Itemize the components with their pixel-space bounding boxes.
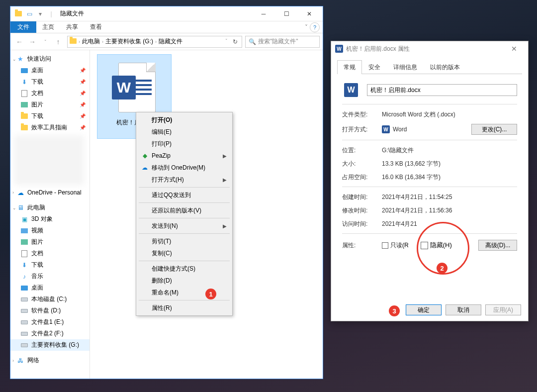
tab-details[interactable]: 详细信息	[387, 60, 424, 74]
nav-pictures2[interactable]: 图片	[10, 236, 90, 248]
cancel-button[interactable]: 取消	[446, 304, 481, 315]
value-sizedisk: 16.0 KB (16,384 字节)	[382, 173, 517, 182]
nav-gdrive[interactable]: 主要资料收集 (G:)	[10, 339, 90, 351]
submenu-arrow-icon: ▶	[223, 223, 227, 229]
nav-videos[interactable]: 视频	[10, 225, 90, 236]
nav-forward-button[interactable]: →	[26, 36, 38, 48]
chevron-right-icon[interactable]: ›	[79, 39, 80, 44]
folder-icon	[70, 38, 77, 45]
minimize-button[interactable]: ─	[252, 6, 275, 21]
qat-item-icon[interactable]: ▭	[25, 10, 33, 18]
nav-cdrive[interactable]: 本地磁盘 (C:)	[10, 294, 90, 305]
chevron-right-icon[interactable]: ›	[155, 39, 157, 44]
chevron-right-icon[interactable]: ›	[102, 39, 103, 44]
annotation-badge-1: 1	[205, 289, 216, 299]
ctx-qq-send[interactable]: 通过QQ发送到	[138, 189, 231, 201]
nav-music[interactable]: ♪音乐	[10, 271, 90, 282]
nav-quick-access[interactable]: ⌄★快速访问	[10, 53, 90, 65]
ribbon-file-tab[interactable]: 文件	[10, 21, 36, 33]
ribbon: 文件 主页 共享 查看 ˅ ?	[10, 21, 323, 33]
word-icon: W	[112, 61, 157, 115]
ctx-restore[interactable]: 还原以前的版本(V)	[138, 204, 231, 216]
ctx-separator	[139, 187, 230, 188]
nav-pictures[interactable]: 图片📌	[10, 99, 90, 110]
nav-back-button[interactable]: ←	[13, 36, 25, 48]
label-atime: 访问时间:	[342, 220, 382, 228]
ctx-open[interactable]: 打开(O)	[138, 114, 231, 126]
nav-ddrive[interactable]: 软件盘 (D:)	[10, 305, 90, 316]
nav-desktop2[interactable]: 桌面	[10, 282, 90, 294]
breadcrumb-seg[interactable]: 此电脑	[82, 37, 100, 46]
maximize-button[interactable]: ☐	[275, 6, 298, 21]
hidden-checkbox[interactable]: 隐藏(H)	[421, 241, 452, 250]
submenu-arrow-icon: ▶	[223, 153, 227, 159]
nav-documents2[interactable]: 文档	[10, 248, 90, 259]
ctx-edit[interactable]: 编辑(E)	[138, 126, 231, 138]
nav-tree[interactable]: ⌄★快速访问 桌面📌 ⬇下载📌 文档📌 图片📌 下载📌 效率工具指南📌 ›☁On…	[10, 50, 90, 379]
nav-downloads2[interactable]: 下载📌	[10, 110, 90, 122]
apply-button[interactable]: 应用(A)	[485, 304, 521, 315]
pin-icon: 📌	[80, 113, 86, 119]
value-location: G:\隐藏文件	[382, 146, 517, 155]
ribbon-share-tab[interactable]: 共享	[60, 21, 84, 33]
pin-icon: 📌	[80, 68, 86, 73]
ctx-copy[interactable]: 复制(C)	[138, 247, 231, 259]
readonly-checkbox[interactable]: 只读(R	[382, 241, 409, 250]
tab-security[interactable]: 安全	[362, 60, 387, 74]
ctx-move-onedrive[interactable]: ☁移动到 OneDrive(M)	[138, 162, 231, 174]
pin-icon: 📌	[80, 79, 86, 85]
ctx-properties[interactable]: 属性(R)	[138, 302, 231, 314]
breadcrumb-seg[interactable]: 主要资料收集 (G:)	[105, 37, 153, 46]
nav-desktop[interactable]: 桌面📌	[10, 65, 90, 76]
search-input[interactable]: 🔍 搜索"隐藏文件"	[245, 36, 320, 48]
ctx-peazip[interactable]: ◆PeaZip▶	[138, 150, 231, 162]
ribbon-view-tab[interactable]: 查看	[84, 21, 108, 33]
ctx-open-with[interactable]: 打开方式(H)▶	[138, 174, 231, 186]
nav-history-button[interactable]: ˅	[39, 36, 51, 48]
nav-documents[interactable]: 文档📌	[10, 88, 90, 99]
address-bar[interactable]: › 此电脑 › 主要资料收集 (G:) › 隐藏文件 ˅ ↻	[67, 36, 242, 48]
nav-onedrive[interactable]: ›☁OneDrive - Personal	[10, 187, 90, 198]
nav-downloads3[interactable]: ⬇下载	[10, 259, 90, 271]
qat-item-icon[interactable]: ▾	[36, 10, 44, 18]
nav-network[interactable]: ›🖧网络	[10, 355, 90, 366]
nav-efficiency[interactable]: 效率工具指南📌	[10, 122, 90, 133]
ctx-rename[interactable]: 重命名(M)	[138, 287, 231, 298]
ctx-separator	[139, 300, 230, 300]
nav-3d[interactable]: ▣3D 对象	[10, 213, 90, 225]
ctx-cut[interactable]: 剪切(T)	[138, 235, 231, 247]
onedrive-icon: ☁	[141, 164, 149, 172]
refresh-button[interactable]: ↻	[231, 38, 240, 45]
nav-downloads[interactable]: ⬇下载📌	[10, 76, 90, 88]
breadcrumb-seg[interactable]: 隐藏文件	[159, 37, 182, 46]
ribbon-expand-icon[interactable]: ˅	[305, 24, 308, 31]
help-icon[interactable]: ?	[310, 22, 320, 32]
ctx-print[interactable]: 打印(P)	[138, 138, 231, 150]
ctx-delete[interactable]: 删除(D)	[138, 275, 231, 287]
label-openwith: 打开方式:	[342, 125, 382, 134]
window-title: 隐藏文件	[60, 9, 84, 18]
word-icon: W	[342, 81, 360, 99]
ribbon-home-tab[interactable]: 主页	[36, 21, 60, 33]
ctx-send-to[interactable]: 发送到(N)▶	[138, 220, 231, 232]
nav-up-button[interactable]: ↑	[52, 36, 64, 48]
address-dropdown-icon[interactable]: ˅	[223, 38, 230, 45]
filename-input[interactable]: 机密！启用前.docx	[367, 84, 517, 96]
nav-fdrive[interactable]: 文件盘2 (F:)	[10, 328, 90, 339]
label-attributes: 属性:	[342, 241, 382, 250]
tab-previous[interactable]: 以前的版本	[424, 60, 466, 74]
ctx-shortcut[interactable]: 创建快捷方式(S)	[138, 263, 231, 275]
tab-general[interactable]: 常规	[337, 60, 362, 74]
explorer-titlebar: ▭ ▾ | 隐藏文件 ─ ☐ ✕	[10, 6, 323, 21]
close-button[interactable]: ✕	[298, 6, 321, 21]
nav-edrive[interactable]: 文件盘1 (E:)	[10, 316, 90, 328]
close-button[interactable]: ✕	[504, 45, 524, 53]
change-button[interactable]: 更改(C)...	[471, 124, 517, 135]
label-ctime: 创建时间:	[342, 193, 382, 201]
ok-button[interactable]: 确定	[406, 304, 442, 315]
label-sizedisk: 占用空间:	[342, 173, 382, 182]
nav-thispc[interactable]: ⌄🖥此电脑	[10, 202, 90, 213]
advanced-button[interactable]: 高级(D)...	[478, 240, 517, 251]
ctx-separator	[139, 261, 230, 261]
value-ctime: 2021年4月21日，11:54:25	[382, 193, 517, 201]
